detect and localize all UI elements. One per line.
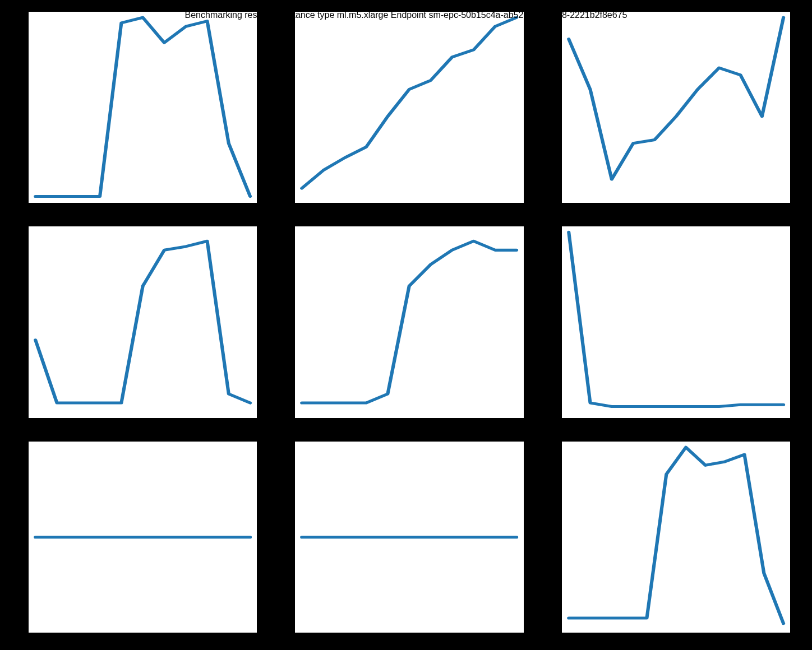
series-line bbox=[302, 242, 517, 403]
series-line bbox=[569, 17, 783, 179]
chart-panel-7 bbox=[294, 441, 524, 633]
chart-panel-3 bbox=[28, 226, 257, 418]
chart-panel-6 bbox=[28, 441, 257, 633]
series-line bbox=[569, 447, 783, 623]
chart-panel-4 bbox=[294, 226, 524, 418]
chart-panel-8 bbox=[561, 441, 791, 633]
series-line bbox=[35, 242, 250, 403]
chart-panel-1 bbox=[294, 11, 524, 203]
chart-panel-5 bbox=[561, 226, 791, 418]
chart-panel-2 bbox=[561, 11, 791, 203]
series-line bbox=[302, 17, 517, 188]
series-line bbox=[35, 17, 250, 196]
chart-grid bbox=[28, 11, 791, 633]
series-line bbox=[569, 233, 783, 407]
chart-panel-0 bbox=[28, 11, 257, 203]
